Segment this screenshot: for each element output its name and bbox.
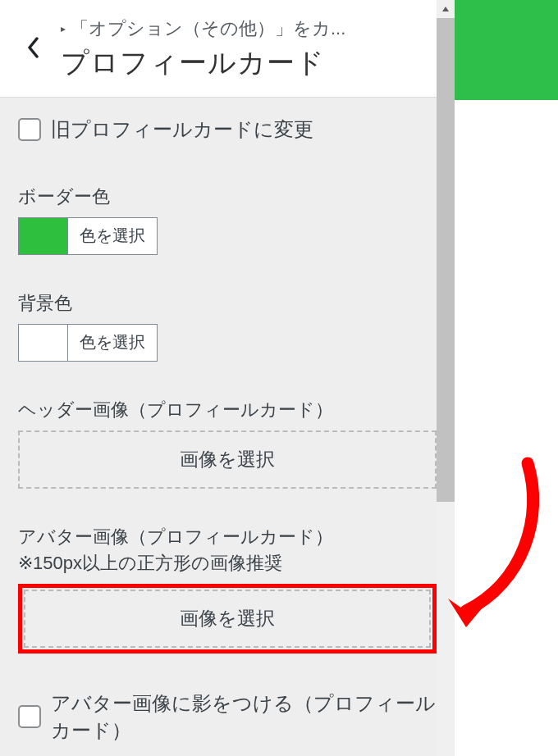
header-text: ▸ 「オプション（その他）」をカ... プロフィールカード xyxy=(61,16,438,82)
checkbox-label: 旧プロフィールカードに変更 xyxy=(51,116,313,143)
checkbox-label: アバター画像に影をつける（プロフィールカード） xyxy=(51,690,437,745)
triangle-up-icon xyxy=(441,6,450,12)
border-color-swatch xyxy=(19,218,68,254)
scroll-thumb[interactable] xyxy=(437,18,455,502)
bg-color-swatch xyxy=(19,325,68,361)
panel-header: ▸ 「オプション（その他）」をカ... プロフィールカード xyxy=(0,0,455,98)
checkbox-row-legacy-card[interactable]: 旧プロフィールカードに変更 xyxy=(18,116,437,143)
avatar-image-label: アバター画像（プロフィールカード） xyxy=(18,525,437,549)
checkbox-avatar-shadow[interactable] xyxy=(18,705,41,728)
avatar-highlight: 画像を選択 xyxy=(18,584,437,654)
header-image-select-button[interactable]: 画像を選択 xyxy=(18,430,437,489)
button-label: 画像を選択 xyxy=(180,608,275,629)
page-title: プロフィールカード xyxy=(61,44,438,82)
color-select-label: 色を選択 xyxy=(68,218,157,254)
breadcrumb-arrow-icon: ▸ xyxy=(61,23,66,34)
color-select-label: 色を選択 xyxy=(68,325,157,361)
checkbox-row-avatar-shadow[interactable]: アバター画像に影をつける（プロフィールカード） xyxy=(18,690,437,745)
scroll-arrow-up[interactable] xyxy=(437,0,455,18)
avatar-image-note: ※150px以上の正方形の画像推奨 xyxy=(18,551,437,576)
panel-content: 旧プロフィールカードに変更 ボーダー色 色を選択 背景色 色を選択 ヘッダー画像… xyxy=(0,98,455,756)
border-color-label: ボーダー色 xyxy=(18,184,437,209)
settings-panel: ▸ 「オプション（その他）」をカ... プロフィールカード 旧プロフィールカード… xyxy=(0,0,455,756)
header-image-label: ヘッダー画像（プロフィールカード） xyxy=(18,398,437,422)
breadcrumb-text: 「オプション（その他）」をカ... xyxy=(71,16,345,41)
breadcrumb[interactable]: ▸ 「オプション（その他）」をカ... xyxy=(61,16,438,41)
avatar-image-select-button[interactable]: 画像を選択 xyxy=(24,590,431,648)
border-color-picker[interactable]: 色を選択 xyxy=(18,217,158,255)
annotation-arrow-icon xyxy=(441,451,548,631)
button-label: 画像を選択 xyxy=(180,449,275,470)
bg-color-label: 背景色 xyxy=(18,291,437,316)
checkbox-legacy-card[interactable] xyxy=(18,118,41,141)
top-accent-bar xyxy=(455,0,558,100)
scrollbar[interactable] xyxy=(437,0,455,756)
back-button[interactable] xyxy=(16,31,49,64)
bg-color-picker[interactable]: 色を選択 xyxy=(18,324,158,362)
chevron-left-icon xyxy=(27,37,39,58)
